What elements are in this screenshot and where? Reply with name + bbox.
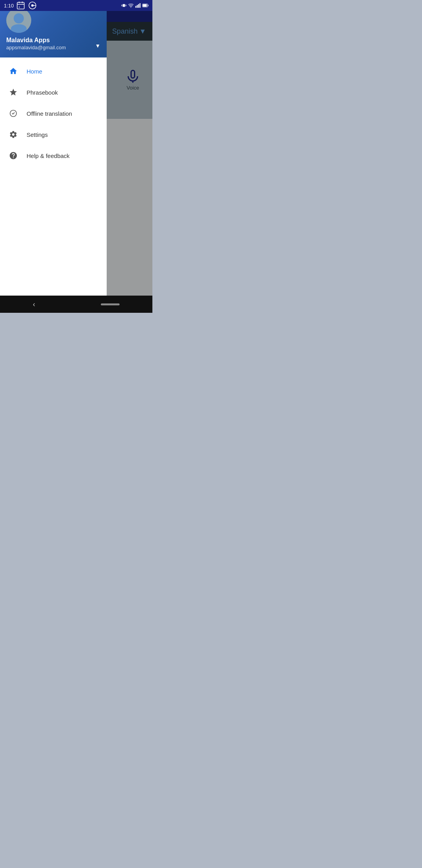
back-button[interactable]: ‹ [33,300,35,308]
at-icon [28,1,37,10]
menu-item-help-feedback[interactable]: Help & feedback [0,145,107,166]
status-time: 1:10 [4,3,14,9]
home-pill[interactable] [101,303,120,305]
svg-rect-15 [137,5,138,8]
vibrate-icon [121,3,127,8]
drawer-user-info: Malavida Apps appsmalavida@gmail.com ▼ [6,37,100,50]
navigation-drawer: Malavida Apps appsmalavida@gmail.com ▼ H… [0,0,107,296]
home-icon [8,67,19,75]
calendar-icon: 2 [16,1,25,10]
svg-point-6 [31,4,34,7]
menu-item-phrasebook[interactable]: Phrasebook [0,82,107,103]
phrasebook-icon [8,88,19,97]
menu-phrasebook-label: Phrasebook [27,89,58,96]
menu-help-feedback-label: Help & feedback [27,152,70,159]
wifi-icon [128,3,134,8]
svg-rect-16 [138,4,139,8]
menu-home-label: Home [27,68,42,75]
menu-item-offline-translation[interactable]: Offline translation [0,103,107,124]
avatar-body [11,24,27,33]
svg-rect-8 [123,4,125,7]
navigation-bar: ‹ [0,296,152,313]
svg-rect-17 [139,3,140,8]
menu-settings-label: Settings [27,131,48,138]
svg-point-13 [131,7,131,8]
drawer-menu: Home Phrasebook Offline translation [0,57,107,296]
account-dropdown-arrow[interactable]: ▼ [95,43,100,49]
drawer-user-email: appsmalavida@gmail.com [6,45,66,50]
svg-rect-19 [143,4,147,7]
status-left: 1:10 2 [4,1,37,10]
svg-rect-20 [148,5,148,6]
offline-translation-icon [8,109,19,118]
avatar-head [14,13,24,23]
help-icon [8,151,19,160]
battery-icon [142,3,148,8]
menu-offline-translation-label: Offline translation [27,110,72,117]
drawer-user-name: Malavida Apps [6,37,66,44]
avatar [6,8,31,33]
svg-text:2: 2 [19,6,20,8]
svg-rect-14 [136,6,136,8]
signal-icon [135,3,141,8]
avatar-person-graphic [6,8,31,33]
svg-rect-0 [17,2,24,9]
menu-item-settings[interactable]: Settings [0,124,107,145]
status-right [121,3,148,8]
menu-item-home[interactable]: Home [0,61,107,82]
status-bar: 1:10 2 [0,0,152,11]
settings-icon [8,130,19,139]
